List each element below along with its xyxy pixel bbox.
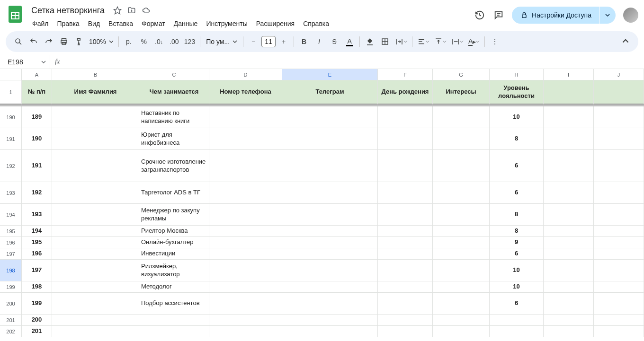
cell[interactable]: 200 (22, 315, 52, 326)
inc-decimal-button[interactable]: .00 (167, 35, 181, 49)
cell[interactable] (209, 128, 282, 150)
rotate-button[interactable]: A▸ (466, 35, 482, 49)
cell[interactable] (544, 150, 594, 182)
cell[interactable]: Онлайн-бухгалтер (139, 237, 209, 248)
cell[interactable]: 8 (490, 204, 544, 226)
header-cell[interactable]: № п/п (22, 80, 52, 105)
row-header[interactable]: 198 (0, 260, 22, 281)
col-header-D[interactable]: D (209, 69, 282, 80)
header-cell[interactable]: Имя Фамилия (52, 80, 139, 105)
cell[interactable] (594, 128, 644, 150)
cell[interactable] (52, 226, 139, 237)
cell[interactable] (139, 315, 209, 326)
col-header-A[interactable]: A (22, 69, 52, 80)
cell[interactable] (52, 281, 139, 293)
history-icon[interactable] (474, 9, 485, 21)
cell[interactable]: 195 (22, 237, 52, 248)
valign-button[interactable] (432, 35, 448, 49)
row-header[interactable]: 195 (0, 226, 22, 237)
row-header[interactable]: 196 (0, 237, 22, 248)
row-header[interactable]: 200 (0, 293, 22, 315)
cell[interactable]: 6 (490, 182, 544, 204)
cell[interactable] (594, 260, 644, 281)
row-header[interactable]: 190 (0, 106, 22, 128)
cell[interactable]: 194 (22, 226, 52, 237)
cell[interactable] (594, 248, 644, 260)
currency-button[interactable]: р. (122, 35, 136, 49)
search-icon[interactable] (11, 35, 26, 49)
header-cell[interactable]: Телеграм (282, 80, 378, 105)
cell[interactable] (378, 293, 433, 315)
row-header[interactable]: 202 (0, 326, 22, 337)
italic-button[interactable]: I (312, 35, 326, 49)
cell[interactable]: 197 (22, 260, 52, 281)
sheets-logo[interactable] (6, 5, 25, 24)
cell[interactable] (594, 326, 644, 337)
paint-format-button[interactable] (72, 35, 86, 49)
cell[interactable] (433, 182, 490, 204)
more-button[interactable]: ⋮ (488, 35, 502, 49)
row-header[interactable]: 191 (0, 128, 22, 150)
cell[interactable] (433, 293, 490, 315)
cell[interactable]: 201 (22, 326, 52, 337)
halign-button[interactable] (415, 35, 431, 49)
cell[interactable] (433, 326, 490, 337)
menu-extensions[interactable]: Расширения (252, 18, 298, 29)
cell[interactable] (544, 326, 594, 337)
cell[interactable] (209, 204, 282, 226)
star-icon[interactable] (113, 6, 122, 15)
cell[interactable] (378, 150, 433, 182)
cell[interactable] (209, 237, 282, 248)
cell[interactable] (378, 204, 433, 226)
cell[interactable] (433, 128, 490, 150)
wrap-button[interactable] (449, 35, 465, 49)
cell[interactable] (282, 106, 378, 128)
row-header[interactable]: 201 (0, 315, 22, 326)
menu-help[interactable]: Справка (299, 18, 333, 29)
cell[interactable] (544, 315, 594, 326)
borders-button[interactable] (378, 35, 392, 49)
cell[interactable] (52, 128, 139, 150)
cell[interactable]: 9 (490, 237, 544, 248)
font-size-dec[interactable]: − (246, 35, 260, 49)
cell[interactable] (282, 150, 378, 182)
cell[interactable]: Рилзмейкер, визуализатор (139, 260, 209, 281)
cell[interactable] (490, 326, 544, 337)
cell[interactable]: 191 (22, 150, 52, 182)
row-header[interactable]: 192 (0, 150, 22, 182)
col-header-E[interactable]: E (282, 69, 378, 80)
cell[interactable] (52, 326, 139, 337)
cell[interactable]: Риелтор Москва (139, 226, 209, 237)
cell[interactable] (378, 226, 433, 237)
cell[interactable]: 10 (490, 260, 544, 281)
menu-data[interactable]: Данные (170, 18, 202, 29)
cell[interactable] (433, 281, 490, 293)
cell[interactable] (209, 260, 282, 281)
cell[interactable]: 198 (22, 281, 52, 293)
header-cell[interactable]: Номер телефона (209, 80, 282, 105)
menu-file[interactable]: Файл (28, 18, 52, 29)
cell[interactable] (282, 281, 378, 293)
cell[interactable]: Подбор ассистентов (139, 293, 209, 315)
cell[interactable] (52, 237, 139, 248)
menu-insert[interactable]: Вставка (105, 18, 137, 29)
percent-button[interactable]: % (137, 35, 151, 49)
cell[interactable] (282, 260, 378, 281)
cell[interactable]: Методолог (139, 281, 209, 293)
cell[interactable]: 189 (22, 106, 52, 128)
row-header[interactable]: 194 (0, 204, 22, 226)
dec-decimal-button[interactable]: .0↓ (152, 35, 166, 49)
text-color-button[interactable]: A (342, 35, 357, 49)
cell[interactable] (282, 248, 378, 260)
cell[interactable]: 6 (490, 248, 544, 260)
cell[interactable] (433, 248, 490, 260)
more-formats-button[interactable]: 123 (182, 35, 197, 49)
cell[interactable]: 193 (22, 204, 52, 226)
font-size-inc[interactable]: + (277, 35, 291, 49)
cell[interactable] (209, 226, 282, 237)
cell[interactable] (52, 260, 139, 281)
cell[interactable] (594, 204, 644, 226)
cell[interactable] (433, 237, 490, 248)
cell[interactable] (139, 326, 209, 337)
cell[interactable]: 10 (490, 281, 544, 293)
